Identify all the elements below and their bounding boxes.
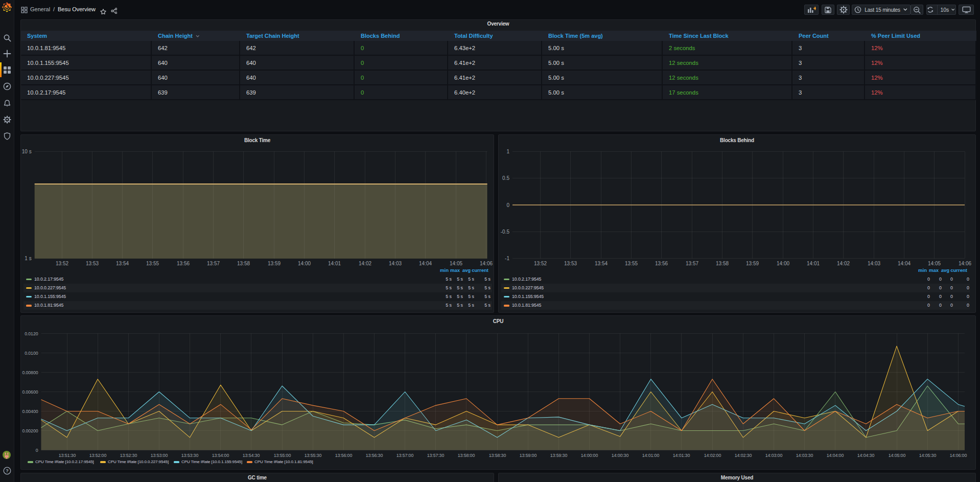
svg-text:14:06:00: 14:06:00 [950,453,967,458]
svg-text:0: 0 [36,448,38,453]
svg-text:14:06: 14:06 [959,261,971,266]
svg-text:14:01: 14:01 [328,261,341,266]
svg-text:14:03:00: 14:03:00 [765,453,783,458]
svg-text:13:53:00: 13:53:00 [151,453,168,458]
svg-text:13:53:30: 13:53:30 [181,453,199,458]
svg-text:13:57: 13:57 [686,261,698,266]
svg-text:13:56: 13:56 [655,261,668,266]
svg-text:13:56:30: 13:56:30 [366,453,383,458]
svg-text:14:01: 14:01 [807,261,820,266]
svg-text:14:04:00: 14:04:00 [827,453,844,458]
svg-text:1 s: 1 s [25,256,31,261]
svg-text:0.00800: 0.00800 [22,370,38,375]
svg-text:14:04:30: 14:04:30 [857,453,875,458]
svg-text:13:57:30: 13:57:30 [427,453,445,458]
svg-text:13:53: 13:53 [86,261,99,266]
svg-text:0.00600: 0.00600 [22,389,38,395]
svg-text:10 s: 10 s [22,149,32,154]
svg-text:13:59:00: 13:59:00 [520,453,537,458]
svg-text:13:57: 13:57 [207,261,220,266]
svg-text:13:52: 13:52 [534,261,547,266]
svg-text:14:02: 14:02 [837,261,850,266]
svg-text:0.00400: 0.00400 [22,409,38,414]
svg-text:0.0100: 0.0100 [25,351,38,356]
svg-text:14:03:30: 14:03:30 [796,453,813,458]
svg-text:13:55: 13:55 [146,261,159,266]
svg-text:14:04: 14:04 [419,261,432,266]
svg-text:13:54: 13:54 [595,261,608,266]
svg-text:14:00: 14:00 [777,261,789,266]
svg-text:13:53: 13:53 [564,261,577,266]
svg-text:14:05:00: 14:05:00 [889,453,906,458]
svg-text:14:02:30: 14:02:30 [735,453,752,458]
svg-text:13:58: 13:58 [716,261,729,266]
svg-text:13:55:30: 13:55:30 [305,453,322,458]
svg-text:1: 1 [506,149,509,154]
svg-text:14:02: 14:02 [359,261,371,266]
svg-text:13:54: 13:54 [116,261,129,266]
svg-text:-1: -1 [505,256,509,261]
svg-text:14:00:30: 14:00:30 [612,453,629,458]
svg-text:0.00200: 0.00200 [22,428,38,433]
svg-text:13:59: 13:59 [746,261,759,266]
svg-text:13:52:00: 13:52:00 [89,453,107,458]
svg-text:13:59:30: 13:59:30 [550,453,568,458]
svg-text:?: ? [6,468,9,473]
svg-text:13:51:30: 13:51:30 [59,453,76,458]
svg-text:14:06: 14:06 [480,261,493,266]
svg-text:13:58:30: 13:58:30 [489,453,506,458]
svg-text:13:55: 13:55 [625,261,638,266]
svg-text:13:57:00: 13:57:00 [396,453,414,458]
svg-text:13:52:30: 13:52:30 [120,453,137,458]
svg-text:14:00: 14:00 [298,261,311,266]
svg-text:14:04: 14:04 [898,261,911,266]
svg-text:13:54:30: 13:54:30 [243,453,260,458]
svg-text:13:58:00: 13:58:00 [458,453,475,458]
svg-text:14:00:00: 14:00:00 [581,453,598,458]
svg-text:0.0120: 0.0120 [25,331,38,336]
svg-text:0: 0 [506,202,509,208]
svg-text:14:01:30: 14:01:30 [673,453,690,458]
svg-text:14:05:30: 14:05:30 [919,453,937,458]
svg-text:0.5: 0.5 [502,175,509,181]
svg-text:13:52: 13:52 [56,261,68,266]
svg-text:14:05: 14:05 [928,261,941,266]
svg-text:14:01:00: 14:01:00 [642,453,660,458]
svg-text:-0.5: -0.5 [501,229,510,235]
svg-text:13:54:00: 13:54:00 [212,453,229,458]
svg-text:13:56:00: 13:56:00 [335,453,353,458]
svg-text:14:02:00: 14:02:00 [704,453,721,458]
svg-text:13:59: 13:59 [268,261,281,266]
svg-text:14:03: 14:03 [389,261,402,266]
svg-text:14:03: 14:03 [868,261,880,266]
svg-text:13:56: 13:56 [177,261,190,266]
svg-text:13:58: 13:58 [237,261,250,266]
svg-text:13:55:00: 13:55:00 [274,453,291,458]
svg-text:14:05: 14:05 [450,261,462,266]
